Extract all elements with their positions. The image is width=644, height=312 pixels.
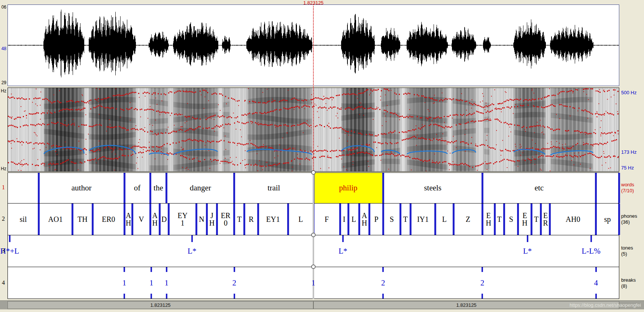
cursor-handle-words[interactable]	[311, 170, 316, 175]
point-tick[interactable]	[595, 267, 597, 272]
interval[interactable]	[596, 173, 619, 203]
point-tick[interactable]	[382, 267, 384, 272]
point-label[interactable]: 2	[232, 278, 236, 288]
interval-boundary[interactable]	[618, 204, 620, 235]
point-label[interactable]: 1	[312, 278, 316, 288]
interval[interactable]: steels	[383, 173, 482, 203]
interval[interactable]: sp	[596, 204, 619, 235]
point-tick[interactable]	[9, 235, 10, 242]
interval-boundary[interactable]	[482, 204, 483, 235]
interval[interactable]: of	[124, 173, 150, 203]
interval-boundary[interactable]	[165, 173, 167, 203]
point-label[interactable]: 4	[594, 278, 598, 288]
interval[interactable]: E H	[518, 204, 532, 235]
interval[interactable]: S	[383, 204, 400, 235]
tier-phones-number[interactable]: 2	[0, 215, 6, 222]
interval-boundary[interactable]	[503, 204, 505, 235]
point-label[interactable]: 1	[165, 278, 169, 288]
interval-boundary[interactable]	[287, 204, 289, 235]
interval-boundary[interactable]	[453, 204, 455, 235]
interval[interactable]: the	[150, 173, 167, 203]
interval-boundary[interactable]	[38, 173, 40, 203]
interval[interactable]: AO1	[39, 204, 72, 235]
interval-boundary[interactable]	[159, 204, 161, 235]
interval-boundary[interactable]	[434, 204, 436, 235]
point-tick[interactable]	[234, 294, 235, 299]
interval-boundary[interactable]	[382, 204, 384, 235]
interval[interactable]: T	[234, 204, 244, 235]
interval[interactable]: philip	[313, 173, 383, 203]
interval[interactable]: L	[348, 204, 359, 235]
point-tick[interactable]	[166, 267, 167, 272]
interval-boundary[interactable]	[410, 204, 411, 235]
cursor-line[interactable]	[313, 4, 314, 172]
point-tick[interactable]	[166, 294, 167, 299]
interval-boundary[interactable]	[131, 204, 133, 235]
cursor-handle-breaks[interactable]	[311, 264, 316, 269]
point-tick[interactable]	[590, 235, 592, 242]
interval[interactable]: T	[400, 204, 410, 235]
interval-boundary[interactable]	[494, 204, 496, 235]
point-label[interactable]: 1	[149, 278, 154, 288]
interval[interactable]: sil	[8, 204, 39, 235]
interval[interactable]: author	[39, 173, 124, 203]
interval[interactable]: A H	[150, 204, 160, 235]
tier-tones-number[interactable]: 3	[0, 247, 6, 254]
point-label[interactable]: 2	[480, 278, 484, 288]
interval-boundary[interactable]	[400, 204, 401, 235]
interval-boundary[interactable]	[517, 204, 519, 235]
interval-boundary[interactable]	[38, 204, 40, 235]
interval-boundary[interactable]	[595, 204, 597, 235]
interval[interactable]: J H	[207, 204, 217, 235]
interval[interactable]: etc	[482, 173, 596, 203]
tier-breaks-number[interactable]: 4	[0, 279, 6, 286]
point-tick[interactable]	[382, 294, 384, 299]
point-tick[interactable]	[595, 294, 597, 299]
interval-boundary[interactable]	[368, 204, 370, 235]
point-tick[interactable]	[482, 294, 483, 299]
interval-boundary[interactable]	[149, 204, 151, 235]
interval-boundary[interactable]	[540, 204, 542, 235]
interval[interactable]: trail	[234, 173, 313, 203]
point-tick[interactable]	[482, 267, 483, 272]
point-tick[interactable]	[191, 235, 193, 242]
interval[interactable]: ER 0	[217, 204, 234, 235]
interval-boundary[interactable]	[149, 173, 151, 203]
interval-boundary[interactable]	[233, 173, 235, 203]
interval[interactable]: D	[160, 204, 168, 235]
interval-boundary[interactable]	[618, 173, 620, 203]
point-tick[interactable]	[527, 235, 528, 242]
interval[interactable]: danger	[167, 173, 234, 203]
interval[interactable]: IY1	[411, 204, 435, 235]
point-label[interactable]: L*	[188, 247, 196, 256]
interval-boundary[interactable]	[549, 204, 551, 235]
interval-boundary[interactable]	[233, 204, 235, 235]
point-label[interactable]: L-L%	[582, 247, 601, 256]
interval-boundary[interactable]	[206, 204, 208, 235]
interval-boundary[interactable]	[72, 204, 73, 235]
interval-boundary[interactable]	[339, 204, 341, 235]
interval-boundary[interactable]	[243, 204, 245, 235]
point-label[interactable]: L*	[338, 247, 347, 256]
interval-boundary[interactable]	[168, 204, 170, 235]
point-tick[interactable]	[151, 267, 152, 272]
interval[interactable]: ER0	[93, 204, 124, 235]
interval[interactable]: V	[133, 204, 150, 235]
interval-boundary[interactable]	[347, 204, 349, 235]
interval[interactable]	[8, 173, 39, 203]
time-scrollbar[interactable]: 1.823125 1.823125 https://blog.csdn.net/…	[0, 300, 644, 309]
point-label[interactable]: 2	[381, 278, 385, 288]
interval-boundary[interactable]	[482, 173, 483, 203]
point-tick[interactable]	[342, 235, 344, 242]
interval-boundary[interactable]	[124, 204, 125, 235]
interval-boundary[interactable]	[124, 173, 125, 203]
interval-boundary[interactable]	[216, 204, 218, 235]
interval[interactable]: N	[197, 204, 207, 235]
interval-boundary[interactable]	[531, 204, 532, 235]
cursor-handle-tones[interactable]	[311, 233, 316, 237]
interval-boundary[interactable]	[92, 204, 94, 235]
point-tick[interactable]	[124, 267, 125, 272]
interval[interactable]: T	[532, 204, 541, 235]
interval-boundary[interactable]	[257, 204, 259, 235]
point-label[interactable]: L*	[523, 247, 532, 256]
